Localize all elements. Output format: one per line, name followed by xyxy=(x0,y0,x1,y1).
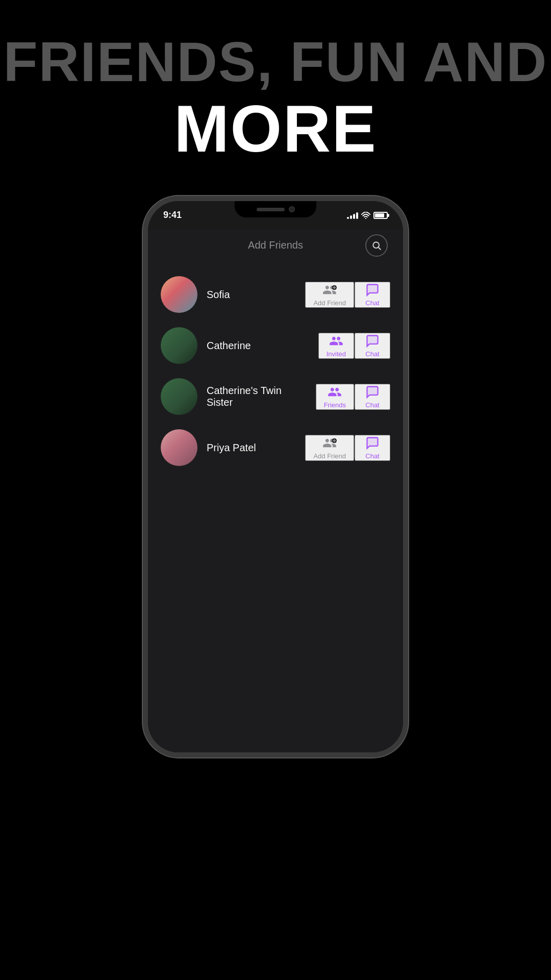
avatar xyxy=(161,327,197,364)
speaker xyxy=(257,208,285,211)
search-button[interactable] xyxy=(365,234,388,257)
chat-button[interactable]: Chat xyxy=(355,384,390,410)
headline: FRIENDS, FUN AND MORE xyxy=(4,31,548,165)
avatar-figure xyxy=(161,276,197,313)
action1-button[interactable]: Friends xyxy=(316,384,354,410)
status-bar: 9:41 xyxy=(148,201,403,229)
add-friend-icon xyxy=(322,436,337,450)
search-icon xyxy=(371,240,382,251)
action2-label: Chat xyxy=(365,350,379,358)
status-icons xyxy=(347,212,388,219)
signal-icon xyxy=(347,212,358,219)
battery-icon xyxy=(373,212,388,219)
chat-icon xyxy=(365,283,380,297)
svg-point-1 xyxy=(373,242,379,248)
friends-icon xyxy=(328,385,342,399)
action1-label: Add Friend xyxy=(313,452,346,460)
svg-line-2 xyxy=(379,247,381,250)
phone-mockup: 9:41 xyxy=(143,196,408,757)
app-header: Add Friends xyxy=(148,229,403,259)
headline-line1: FRIENDS, FUN AND xyxy=(4,31,548,92)
chat-icon xyxy=(365,385,380,399)
invited-icon xyxy=(329,334,343,348)
avatar-figure xyxy=(161,327,197,364)
friend-name: Catherine's Twin Sister xyxy=(207,385,307,408)
avatar-figure xyxy=(161,378,197,415)
chat-button[interactable]: Chat xyxy=(355,282,390,308)
friend-actions: Invited Chat xyxy=(318,333,390,359)
action1-button[interactable]: Add Friend xyxy=(305,282,354,308)
chat-button[interactable]: Chat xyxy=(355,333,390,359)
avatar xyxy=(161,378,197,415)
list-item: Sofia Add Friend Chat xyxy=(148,269,403,320)
add-friend-icon xyxy=(322,283,337,297)
action2-label: Chat xyxy=(365,452,379,460)
action1-label: Friends xyxy=(324,401,346,409)
wifi-icon xyxy=(361,212,370,219)
friend-actions: Add Friend Chat xyxy=(305,282,390,308)
action1-label: Invited xyxy=(327,350,346,358)
chat-icon xyxy=(365,334,380,348)
action2-label: Chat xyxy=(365,299,379,307)
list-item: Catherine's Twin Sister Friends Chat xyxy=(148,371,403,422)
friend-name: Sofia xyxy=(207,289,296,301)
notch xyxy=(235,201,316,217)
screen: Add Friends Sofia Add Frie xyxy=(148,229,403,752)
headline-line2: MORE xyxy=(4,92,548,165)
status-time: 9:41 xyxy=(163,210,182,220)
friends-list: Sofia Add Friend Chat Catherine xyxy=(148,259,403,483)
list-item: Priya Patel Add Friend Chat xyxy=(148,422,403,473)
friend-name: Catherine xyxy=(207,340,309,352)
friend-actions: Friends Chat xyxy=(316,384,390,410)
avatar xyxy=(161,276,197,313)
action1-button[interactable]: Invited xyxy=(318,333,354,359)
page-title: Add Friends xyxy=(248,239,303,251)
action1-button[interactable]: Add Friend xyxy=(305,435,354,461)
list-item: Catherine Invited Chat xyxy=(148,320,403,371)
avatar-figure xyxy=(161,429,197,466)
friend-actions: Add Friend Chat xyxy=(305,435,390,461)
camera xyxy=(289,206,295,212)
friend-name: Priya Patel xyxy=(207,442,296,454)
action1-label: Add Friend xyxy=(313,299,346,307)
action2-label: Chat xyxy=(365,401,379,409)
chat-button[interactable]: Chat xyxy=(355,435,390,461)
avatar xyxy=(161,429,197,466)
chat-icon xyxy=(365,436,380,450)
svg-point-0 xyxy=(365,217,366,218)
